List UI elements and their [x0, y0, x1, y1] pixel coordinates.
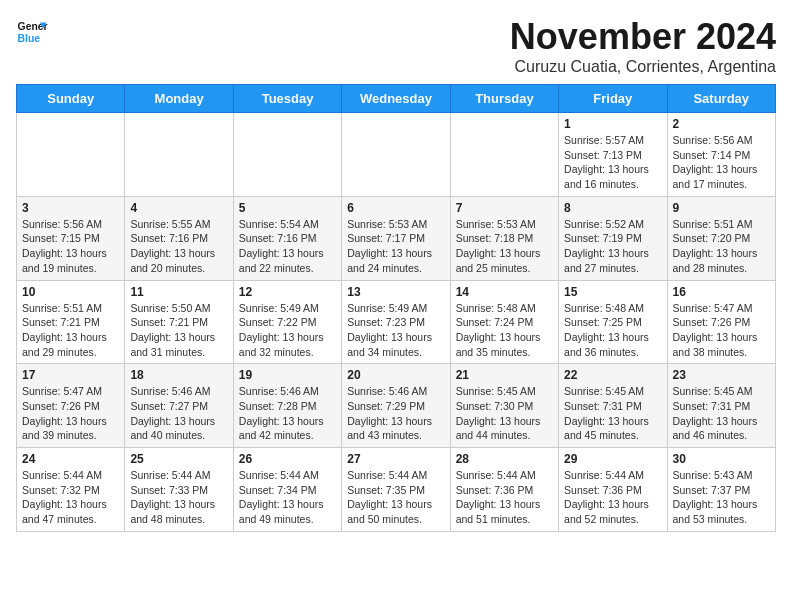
day-number: 21 [456, 368, 553, 382]
day-number: 16 [673, 285, 770, 299]
day-number: 26 [239, 452, 336, 466]
day-number: 27 [347, 452, 444, 466]
svg-text:Blue: Blue [18, 33, 41, 44]
cell-sun-info: Sunrise: 5:47 AM Sunset: 7:26 PM Dayligh… [22, 384, 119, 443]
calendar-cell: 26Sunrise: 5:44 AM Sunset: 7:34 PM Dayli… [233, 448, 341, 532]
day-of-week-header: Monday [125, 85, 233, 113]
calendar-week-row: 24Sunrise: 5:44 AM Sunset: 7:32 PM Dayli… [17, 448, 776, 532]
calendar-cell: 17Sunrise: 5:47 AM Sunset: 7:26 PM Dayli… [17, 364, 125, 448]
day-number: 12 [239, 285, 336, 299]
day-number: 3 [22, 201, 119, 215]
logo-icon: General Blue [16, 16, 48, 48]
day-number: 22 [564, 368, 661, 382]
cell-sun-info: Sunrise: 5:55 AM Sunset: 7:16 PM Dayligh… [130, 217, 227, 276]
day-of-week-header: Thursday [450, 85, 558, 113]
cell-sun-info: Sunrise: 5:51 AM Sunset: 7:20 PM Dayligh… [673, 217, 770, 276]
calendar-cell: 23Sunrise: 5:45 AM Sunset: 7:31 PM Dayli… [667, 364, 775, 448]
calendar-cell: 19Sunrise: 5:46 AM Sunset: 7:28 PM Dayli… [233, 364, 341, 448]
day-of-week-header: Wednesday [342, 85, 450, 113]
calendar-week-row: 3Sunrise: 5:56 AM Sunset: 7:15 PM Daylig… [17, 196, 776, 280]
day-number: 4 [130, 201, 227, 215]
cell-sun-info: Sunrise: 5:51 AM Sunset: 7:21 PM Dayligh… [22, 301, 119, 360]
calendar-cell: 7Sunrise: 5:53 AM Sunset: 7:18 PM Daylig… [450, 196, 558, 280]
calendar-cell: 24Sunrise: 5:44 AM Sunset: 7:32 PM Dayli… [17, 448, 125, 532]
day-of-week-header: Tuesday [233, 85, 341, 113]
cell-sun-info: Sunrise: 5:53 AM Sunset: 7:17 PM Dayligh… [347, 217, 444, 276]
day-number: 24 [22, 452, 119, 466]
calendar-cell: 28Sunrise: 5:44 AM Sunset: 7:36 PM Dayli… [450, 448, 558, 532]
calendar-cell: 16Sunrise: 5:47 AM Sunset: 7:26 PM Dayli… [667, 280, 775, 364]
title-block: November 2024 Curuzu Cuatia, Corrientes,… [510, 16, 776, 76]
cell-sun-info: Sunrise: 5:44 AM Sunset: 7:32 PM Dayligh… [22, 468, 119, 527]
calendar-cell [342, 113, 450, 197]
calendar-cell: 10Sunrise: 5:51 AM Sunset: 7:21 PM Dayli… [17, 280, 125, 364]
calendar-cell [233, 113, 341, 197]
calendar-cell: 15Sunrise: 5:48 AM Sunset: 7:25 PM Dayli… [559, 280, 667, 364]
calendar-cell: 20Sunrise: 5:46 AM Sunset: 7:29 PM Dayli… [342, 364, 450, 448]
cell-sun-info: Sunrise: 5:49 AM Sunset: 7:22 PM Dayligh… [239, 301, 336, 360]
cell-sun-info: Sunrise: 5:57 AM Sunset: 7:13 PM Dayligh… [564, 133, 661, 192]
calendar-cell: 27Sunrise: 5:44 AM Sunset: 7:35 PM Dayli… [342, 448, 450, 532]
day-number: 13 [347, 285, 444, 299]
cell-sun-info: Sunrise: 5:44 AM Sunset: 7:36 PM Dayligh… [456, 468, 553, 527]
cell-sun-info: Sunrise: 5:53 AM Sunset: 7:18 PM Dayligh… [456, 217, 553, 276]
cell-sun-info: Sunrise: 5:49 AM Sunset: 7:23 PM Dayligh… [347, 301, 444, 360]
day-number: 5 [239, 201, 336, 215]
day-number: 10 [22, 285, 119, 299]
calendar-cell: 6Sunrise: 5:53 AM Sunset: 7:17 PM Daylig… [342, 196, 450, 280]
calendar-cell: 14Sunrise: 5:48 AM Sunset: 7:24 PM Dayli… [450, 280, 558, 364]
day-number: 9 [673, 201, 770, 215]
cell-sun-info: Sunrise: 5:52 AM Sunset: 7:19 PM Dayligh… [564, 217, 661, 276]
calendar-cell [17, 113, 125, 197]
cell-sun-info: Sunrise: 5:45 AM Sunset: 7:31 PM Dayligh… [673, 384, 770, 443]
page-header: General Blue November 2024 Curuzu Cuatia… [16, 16, 776, 76]
calendar-cell: 29Sunrise: 5:44 AM Sunset: 7:36 PM Dayli… [559, 448, 667, 532]
calendar-cell: 8Sunrise: 5:52 AM Sunset: 7:19 PM Daylig… [559, 196, 667, 280]
day-number: 17 [22, 368, 119, 382]
calendar-header-row: SundayMondayTuesdayWednesdayThursdayFrid… [17, 85, 776, 113]
day-number: 28 [456, 452, 553, 466]
calendar-cell [125, 113, 233, 197]
day-number: 2 [673, 117, 770, 131]
day-number: 6 [347, 201, 444, 215]
calendar-table: SundayMondayTuesdayWednesdayThursdayFrid… [16, 84, 776, 532]
logo: General Blue [16, 16, 48, 48]
day-number: 1 [564, 117, 661, 131]
cell-sun-info: Sunrise: 5:54 AM Sunset: 7:16 PM Dayligh… [239, 217, 336, 276]
cell-sun-info: Sunrise: 5:46 AM Sunset: 7:27 PM Dayligh… [130, 384, 227, 443]
cell-sun-info: Sunrise: 5:56 AM Sunset: 7:14 PM Dayligh… [673, 133, 770, 192]
calendar-cell: 18Sunrise: 5:46 AM Sunset: 7:27 PM Dayli… [125, 364, 233, 448]
calendar-cell: 2Sunrise: 5:56 AM Sunset: 7:14 PM Daylig… [667, 113, 775, 197]
calendar-cell: 13Sunrise: 5:49 AM Sunset: 7:23 PM Dayli… [342, 280, 450, 364]
calendar-week-row: 1Sunrise: 5:57 AM Sunset: 7:13 PM Daylig… [17, 113, 776, 197]
cell-sun-info: Sunrise: 5:46 AM Sunset: 7:29 PM Dayligh… [347, 384, 444, 443]
cell-sun-info: Sunrise: 5:46 AM Sunset: 7:28 PM Dayligh… [239, 384, 336, 443]
day-number: 29 [564, 452, 661, 466]
calendar-cell: 9Sunrise: 5:51 AM Sunset: 7:20 PM Daylig… [667, 196, 775, 280]
day-number: 7 [456, 201, 553, 215]
day-of-week-header: Friday [559, 85, 667, 113]
day-number: 11 [130, 285, 227, 299]
cell-sun-info: Sunrise: 5:44 AM Sunset: 7:36 PM Dayligh… [564, 468, 661, 527]
cell-sun-info: Sunrise: 5:43 AM Sunset: 7:37 PM Dayligh… [673, 468, 770, 527]
cell-sun-info: Sunrise: 5:50 AM Sunset: 7:21 PM Dayligh… [130, 301, 227, 360]
day-of-week-header: Saturday [667, 85, 775, 113]
calendar-cell: 5Sunrise: 5:54 AM Sunset: 7:16 PM Daylig… [233, 196, 341, 280]
calendar-cell: 4Sunrise: 5:55 AM Sunset: 7:16 PM Daylig… [125, 196, 233, 280]
day-number: 8 [564, 201, 661, 215]
day-number: 23 [673, 368, 770, 382]
calendar-cell: 22Sunrise: 5:45 AM Sunset: 7:31 PM Dayli… [559, 364, 667, 448]
calendar-cell: 3Sunrise: 5:56 AM Sunset: 7:15 PM Daylig… [17, 196, 125, 280]
cell-sun-info: Sunrise: 5:45 AM Sunset: 7:31 PM Dayligh… [564, 384, 661, 443]
calendar-cell: 11Sunrise: 5:50 AM Sunset: 7:21 PM Dayli… [125, 280, 233, 364]
cell-sun-info: Sunrise: 5:45 AM Sunset: 7:30 PM Dayligh… [456, 384, 553, 443]
cell-sun-info: Sunrise: 5:44 AM Sunset: 7:34 PM Dayligh… [239, 468, 336, 527]
cell-sun-info: Sunrise: 5:48 AM Sunset: 7:24 PM Dayligh… [456, 301, 553, 360]
calendar-week-row: 17Sunrise: 5:47 AM Sunset: 7:26 PM Dayli… [17, 364, 776, 448]
day-of-week-header: Sunday [17, 85, 125, 113]
calendar-cell [450, 113, 558, 197]
day-number: 18 [130, 368, 227, 382]
calendar-week-row: 10Sunrise: 5:51 AM Sunset: 7:21 PM Dayli… [17, 280, 776, 364]
location-subtitle: Curuzu Cuatia, Corrientes, Argentina [510, 58, 776, 76]
calendar-cell: 21Sunrise: 5:45 AM Sunset: 7:30 PM Dayli… [450, 364, 558, 448]
